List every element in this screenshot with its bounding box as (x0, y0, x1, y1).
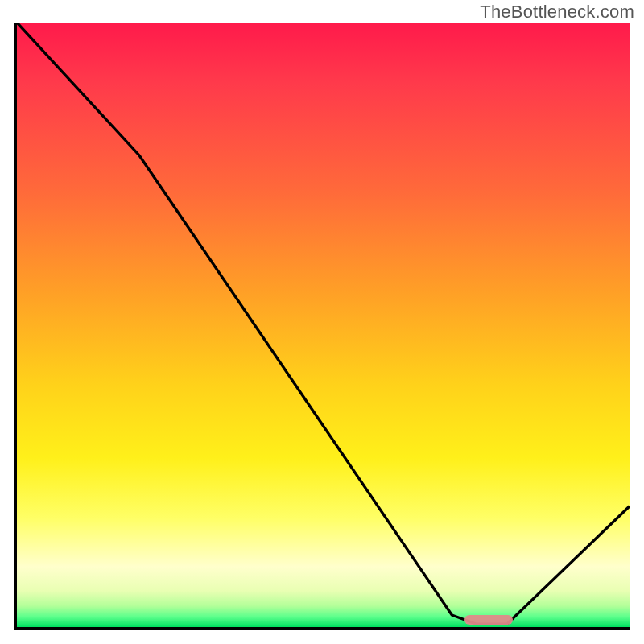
chart-page: TheBottleneck.com (0, 0, 644, 644)
bottleneck-curve-path (17, 23, 630, 624)
plot-area (14, 23, 630, 630)
optimal-range-marker (464, 615, 514, 625)
curve-svg (17, 23, 630, 627)
attribution-text: TheBottleneck.com (480, 2, 634, 23)
